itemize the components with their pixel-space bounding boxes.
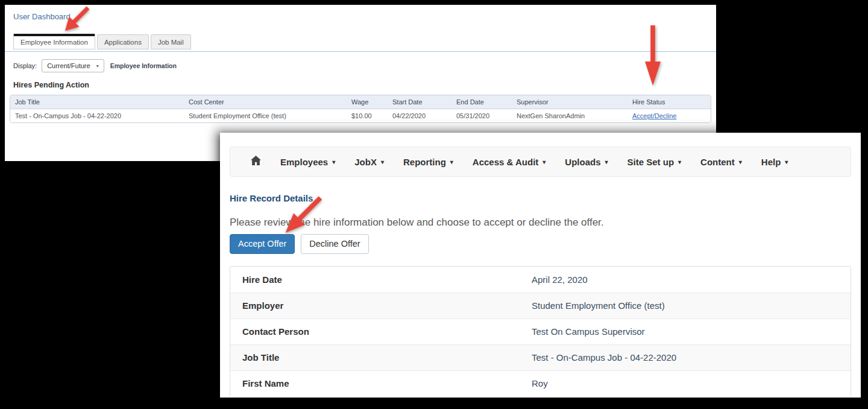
col-job-title: Job Title [10,95,184,109]
col-cost-center: Cost Center [184,95,347,109]
nav-access-audit[interactable]: Access & Audit ▾ [463,157,556,167]
detail-row-job-title: Job Title Test - On-Campus Job - 04-22-2… [230,344,851,370]
col-end-date: End Date [451,95,512,109]
detail-label: First Name [242,378,532,388]
caret-down-icon: ▾ [678,158,681,165]
main-navbar: Employees ▾ JobX ▾ Reporting ▾ Access & … [230,147,851,177]
hires-pending-table: Job Title Cost Center Wage Start Date En… [10,95,711,123]
detail-label: Job Title [242,352,532,363]
hires-pending-action-title: Hires Pending Action [13,81,711,89]
detail-row-hire-date: Hire Date April 22, 2020 [230,267,851,293]
home-icon [251,156,261,168]
annotation-arrow-hire-status [645,25,661,86]
hire-details-panel: Hire Date April 22, 2020 Employer Studen… [230,266,851,396]
decline-offer-button[interactable]: Decline Offer [301,234,368,254]
hires-table-row: Test - On-Campus Job - 04-22-2020 Studen… [10,109,711,122]
caret-down-icon: ▾ [605,158,608,165]
nav-employees[interactable]: Employees ▾ [271,157,345,167]
cell-wage: $10.00 [347,109,388,122]
display-label: Display: [13,62,37,69]
cell-end-date: 05/31/2020 [451,109,512,122]
cell-job-title: Test - On-Campus Job - 04-22-2020 [10,109,184,122]
hire-record-details-window: Employees ▾ JobX ▾ Reporting ▾ Access & … [220,133,861,398]
col-wage: Wage [347,95,388,109]
detail-row-first-name: First Name Roy [230,370,851,396]
dashboard-tab-bar: Employee Information Applications Job Ma… [13,34,711,49]
hires-table-header-row: Job Title Cost Center Wage Start Date En… [10,95,711,109]
display-caption: Employee Information [110,62,177,69]
caret-down-icon: ▾ [96,63,99,69]
cell-start-date: 04/22/2020 [388,109,451,122]
cell-supervisor: NextGen SharonAdmin [512,109,627,122]
col-start-date: Start Date [388,95,451,109]
caret-down-icon: ▾ [450,158,453,165]
nav-help[interactable]: Help ▾ [752,157,798,167]
detail-label: Hire Date [242,274,532,285]
display-filter-row: Display: Current/Future ▾ Employee Infor… [13,59,711,72]
col-hire-status: Hire Status [627,95,711,109]
col-supervisor: Supervisor [512,95,627,109]
nav-home-button[interactable] [239,156,271,168]
accept-offer-button[interactable]: Accept Offer [230,234,295,254]
detail-label: Contact Person [242,326,532,337]
nav-content[interactable]: Content ▾ [691,157,752,167]
instruction-text: Please review the hire information below… [230,217,851,229]
detail-row-contact-person: Contact Person Test On Campus Supervisor [230,319,851,344]
caret-down-icon: ▾ [785,158,788,165]
offer-buttons-row: Accept Offer Decline Offer [230,234,851,254]
nav-uploads[interactable]: Uploads ▾ [555,157,617,167]
accept-decline-link[interactable]: Accept/Decline [632,112,676,119]
detail-value: Roy [532,378,851,388]
screenshot-canvas: User Dashboard Employee Information Appl… [0,0,868,409]
nav-reporting[interactable]: Reporting ▾ [394,157,463,167]
user-dashboard-breadcrumb[interactable]: User Dashboard [13,12,71,21]
detail-value: Student Employment Office (test) [532,300,851,311]
display-dropdown-value: Current/Future [47,62,90,69]
detail-value: Test On Campus Supervisor [532,326,851,337]
detail-value: Test - On-Campus Job - 04-22-2020 [532,352,851,363]
tab-job-mail[interactable]: Job Mail [151,34,191,49]
caret-down-icon: ▾ [332,158,335,165]
detail-value: April 22, 2020 [532,274,851,285]
cell-cost-center: Student Employment Office (test) [184,109,347,122]
caret-down-icon: ▾ [739,158,742,165]
caret-down-icon: ▾ [542,158,546,165]
tab-bar-divider [5,51,716,52]
tab-applications[interactable]: Applications [97,34,149,49]
nav-site-set-up[interactable]: Site Set up ▾ [618,157,691,167]
tab-employee-information[interactable]: Employee Information [13,34,95,49]
caret-down-icon: ▾ [381,158,384,165]
nav-jobx[interactable]: JobX ▾ [345,157,394,167]
detail-row-employer: Employer Student Employment Office (test… [230,293,851,319]
detail-label: Employer [242,300,532,311]
display-dropdown[interactable]: Current/Future ▾ [42,59,104,72]
